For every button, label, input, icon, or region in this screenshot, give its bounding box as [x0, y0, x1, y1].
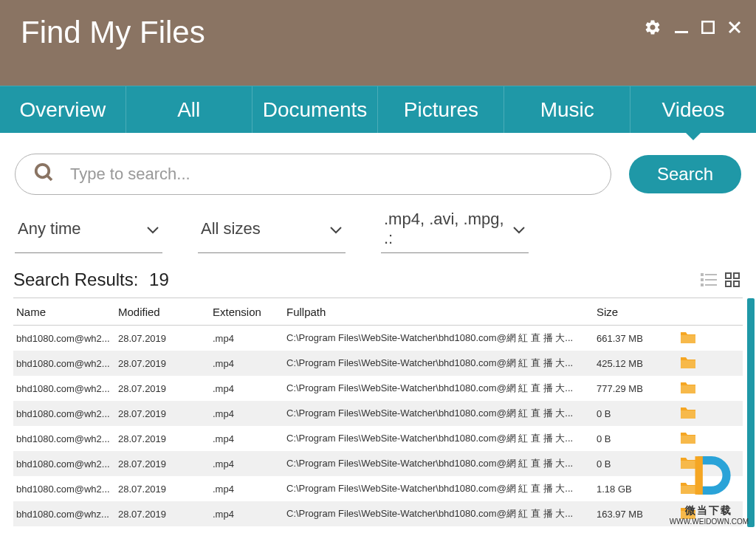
- window-controls: [644, 18, 741, 36]
- table-row[interactable]: bhd1080.com@wh2...28.07.2019.mp4C:\Progr…: [13, 426, 743, 451]
- cell-fullpath: C:\Program Files\WebSite-Watcher\bhd1080…: [286, 432, 597, 445]
- col-fullpath[interactable]: Fullpath: [286, 306, 597, 318]
- cell-size: 777.29 MB: [597, 383, 669, 394]
- svg-line-5: [47, 176, 52, 180]
- cell-fullpath: C:\Program Files\WebSite-Watcher\bhd1080…: [286, 331, 597, 345]
- watermark-line1: 微当下载: [670, 504, 749, 517]
- chevron-down-icon: [512, 219, 526, 238]
- cell-extension: .mp4: [213, 484, 286, 495]
- filters: Any time All sizes .mp4, .avi, .mpg, .:: [0, 195, 756, 253]
- cell-fullpath: C:\Program Files\WebSite-Watcher\bhd1080…: [286, 357, 597, 370]
- cell-name: bhd1080.com@whz...: [13, 509, 118, 520]
- cell-size: 163.97 MB: [597, 509, 669, 520]
- filter-ext-label: .mp4, .avi, .mpg, .:: [384, 210, 512, 248]
- open-folder-button[interactable]: [669, 431, 713, 447]
- svg-rect-13: [734, 273, 739, 278]
- table-row[interactable]: bhd1080.com@wh2...28.07.2019.mp4C:\Progr…: [13, 326, 743, 351]
- cell-size: 425.12 MB: [597, 358, 669, 369]
- cell-extension: .mp4: [213, 333, 286, 344]
- cell-modified: 28.07.2019: [118, 433, 213, 444]
- tab-music[interactable]: Music: [504, 86, 630, 133]
- svg-rect-11: [705, 284, 717, 286]
- col-name[interactable]: Name: [13, 306, 118, 318]
- filter-time-label: Any time: [18, 219, 81, 238]
- cell-extension: .mp4: [213, 458, 286, 470]
- list-view-icon[interactable]: [700, 271, 718, 289]
- cell-size: 0 B: [597, 433, 669, 444]
- search-button[interactable]: Search: [629, 155, 741, 193]
- search-input[interactable]: [70, 165, 593, 184]
- chevron-down-icon: [146, 219, 159, 238]
- filter-time[interactable]: Any time: [15, 205, 162, 253]
- results-label: Search Results: 19: [13, 269, 169, 290]
- svg-rect-7: [705, 274, 717, 275]
- watermark-logo-icon: [681, 448, 736, 503]
- chevron-down-icon: [329, 219, 343, 238]
- maximize-icon[interactable]: [701, 21, 715, 34]
- folder-icon: [679, 406, 697, 419]
- cell-modified: 28.07.2019: [118, 358, 213, 369]
- cell-modified: 28.07.2019: [118, 509, 213, 520]
- cell-extension: .mp4: [213, 509, 286, 520]
- cell-extension: .mp4: [213, 433, 286, 444]
- filter-size[interactable]: All sizes: [198, 205, 346, 253]
- open-folder-button[interactable]: [669, 381, 713, 396]
- cell-size: 0 B: [597, 408, 669, 419]
- tab-documents[interactable]: Documents: [252, 86, 379, 133]
- col-modified[interactable]: Modified: [118, 306, 213, 318]
- gear-icon[interactable]: [644, 18, 662, 36]
- open-folder-button[interactable]: [669, 356, 713, 371]
- table-row[interactable]: bhd1080.com@wh2...28.07.2019.mp4C:\Progr…: [13, 351, 743, 376]
- cell-name: bhd1080.com@wh2...: [13, 433, 118, 444]
- table-row[interactable]: bhd1080.com@whz...28.07.2019.mp4C:\Progr…: [13, 501, 743, 526]
- cell-modified: 28.07.2019: [118, 408, 213, 419]
- open-folder-button[interactable]: [669, 331, 713, 346]
- table-row[interactable]: bhd1080.com@wh2...28.07.2019.mp4C:\Progr…: [13, 476, 743, 501]
- open-folder-button[interactable]: [669, 406, 713, 422]
- watermark-line2: WWW.WEIDOWN.COM: [670, 517, 749, 526]
- minimize-icon[interactable]: [675, 21, 688, 34]
- cell-fullpath: C:\Program Files\WebSite-Watcher\bhd1080…: [286, 407, 597, 420]
- filter-ext[interactable]: .mp4, .avi, .mpg, .:: [381, 205, 529, 253]
- cell-name: bhd1080.com@wh2...: [13, 358, 118, 369]
- cell-fullpath: C:\Program Files\WebSite-Watcher\bhd1080…: [286, 507, 597, 520]
- cell-size: 661.37 MB: [597, 333, 669, 344]
- svg-rect-14: [726, 281, 731, 286]
- table-row[interactable]: bhd1080.com@wh2...28.07.2019.mp4C:\Progr…: [13, 401, 743, 426]
- titlebar: Find My Files: [0, 0, 756, 86]
- filter-size-label: All sizes: [201, 219, 261, 238]
- table-row[interactable]: bhd1080.com@wh2...28.07.2019.mp4C:\Progr…: [13, 376, 743, 401]
- search-icon: [33, 162, 70, 187]
- cell-name: bhd1080.com@wh2...: [13, 484, 118, 495]
- folder-icon: [679, 331, 697, 344]
- svg-rect-15: [734, 281, 739, 286]
- cell-name: bhd1080.com@wh2...: [13, 333, 118, 344]
- table-header: Name Modified Extension Fullpath Size: [13, 298, 743, 326]
- grid-view-icon[interactable]: [724, 271, 741, 289]
- app-title: Find My Files: [21, 15, 205, 50]
- cell-fullpath: C:\Program Files\WebSite-Watcher\bhd1080…: [286, 382, 597, 395]
- svg-rect-9: [705, 279, 717, 281]
- close-icon[interactable]: [728, 21, 741, 34]
- cell-modified: 28.07.2019: [118, 484, 213, 495]
- svg-rect-1: [702, 21, 714, 33]
- search-row: Search: [0, 133, 756, 195]
- cell-size: 1.18 GB: [597, 484, 669, 495]
- cell-extension: .mp4: [213, 408, 286, 419]
- folder-icon: [679, 381, 697, 394]
- cell-fullpath: C:\Program Files\WebSite-Watcher\bhd1080…: [286, 457, 597, 470]
- tab-overview[interactable]: Overview: [0, 86, 126, 133]
- results-label-text: Search Results:: [13, 269, 138, 289]
- table-row[interactable]: bhd1080.com@wh2...28.07.2019.mp4C:\Progr…: [13, 451, 743, 476]
- tab-pictures[interactable]: Pictures: [378, 86, 504, 133]
- results-count: 19: [149, 269, 169, 289]
- watermark: 微当下载 WWW.WEIDOWN.COM: [670, 448, 749, 526]
- cell-extension: .mp4: [213, 358, 286, 369]
- tab-all[interactable]: All: [126, 86, 252, 133]
- svg-rect-6: [701, 273, 704, 276]
- col-size[interactable]: Size: [597, 306, 669, 318]
- col-extension[interactable]: Extension: [213, 306, 286, 318]
- svg-point-4: [36, 165, 49, 178]
- cell-modified: 28.07.2019: [118, 383, 213, 394]
- tab-videos[interactable]: Videos: [630, 86, 756, 133]
